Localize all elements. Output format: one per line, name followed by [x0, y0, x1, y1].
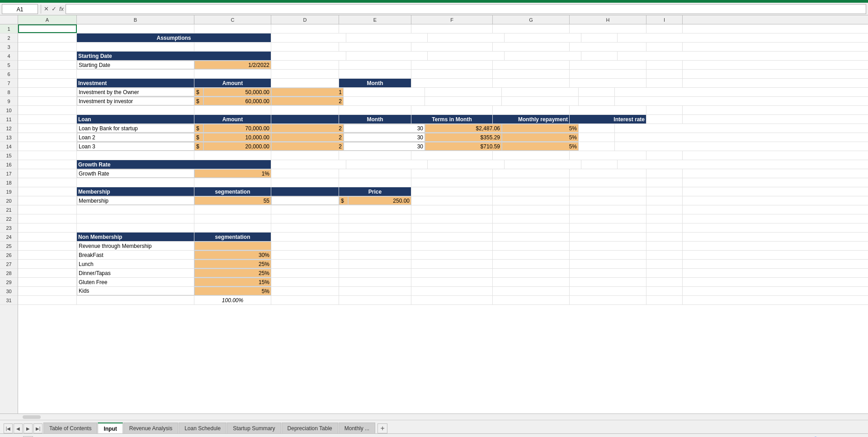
- cell-d20[interactable]: [271, 196, 339, 205]
- col-header-e[interactable]: E: [339, 15, 411, 24]
- cell-g29[interactable]: [493, 278, 570, 286]
- cell-a22[interactable]: [18, 214, 77, 223]
- cell-e23[interactable]: [339, 223, 411, 232]
- cell-f26[interactable]: [411, 251, 493, 259]
- cell-e21[interactable]: [339, 205, 411, 214]
- col-header-g[interactable]: G: [493, 15, 570, 24]
- cell-d28[interactable]: [271, 269, 339, 277]
- cell-g17[interactable]: [493, 169, 570, 178]
- cell-h15[interactable]: [570, 151, 646, 160]
- col-header-a[interactable]: A: [18, 15, 77, 24]
- cell-f16[interactable]: [346, 160, 428, 169]
- cell-h23[interactable]: [570, 223, 646, 232]
- cell-g22[interactable]: [493, 214, 570, 223]
- row-num-25[interactable]: 25: [0, 242, 18, 251]
- cell-e2[interactable]: [274, 33, 346, 42]
- row-num-19[interactable]: 19: [0, 187, 18, 196]
- cell-a18[interactable]: [18, 178, 77, 187]
- cell-i4[interactable]: [581, 52, 618, 60]
- cell-i18[interactable]: [646, 178, 683, 187]
- cell-a30[interactable]: [18, 287, 77, 295]
- tab-nav-last[interactable]: ▶|: [33, 423, 42, 433]
- cell-e3[interactable]: [339, 43, 411, 51]
- cell-g23[interactable]: [493, 223, 570, 232]
- cell-c5[interactable]: 1/2/2022: [194, 61, 271, 69]
- cell-h4[interactable]: [505, 52, 581, 60]
- cell-a15[interactable]: [18, 151, 77, 160]
- col-header-c[interactable]: C: [194, 15, 271, 24]
- cell-f20[interactable]: [411, 196, 493, 205]
- cell-i13[interactable]: [579, 133, 615, 142]
- cell-i31[interactable]: [646, 296, 683, 304]
- cell-a28[interactable]: [18, 269, 77, 277]
- cell-b19-membership-hdr[interactable]: Membership: [77, 187, 194, 196]
- cell-e11-month-hdr[interactable]: Month: [339, 115, 411, 124]
- cell-h21[interactable]: [570, 205, 646, 214]
- cell-e5[interactable]: [339, 61, 411, 69]
- cell-f9[interactable]: [344, 97, 425, 105]
- row-num-14[interactable]: 14: [0, 142, 18, 151]
- cell-h18[interactable]: [570, 178, 646, 187]
- cell-c14-dollar[interactable]: $: [194, 142, 203, 151]
- cell-f18[interactable]: [411, 178, 493, 187]
- col-header-b[interactable]: B: [77, 15, 194, 24]
- tab-table-of-contents[interactable]: Table of Contents: [43, 423, 97, 433]
- cell-i6[interactable]: [646, 70, 683, 78]
- cell-e29[interactable]: [339, 278, 411, 286]
- cell-f30[interactable]: [411, 287, 493, 295]
- tab-input[interactable]: Input: [98, 423, 123, 433]
- cell-a17[interactable]: [18, 169, 77, 178]
- col-header-h[interactable]: H: [570, 15, 646, 24]
- cell-b24-nonmem-hdr[interactable]: Non Membership: [77, 233, 194, 241]
- row-num-21[interactable]: 21: [0, 205, 18, 214]
- cell-c30[interactable]: 5%: [194, 287, 271, 295]
- cell-d1[interactable]: [271, 24, 339, 33]
- tab-nav-next[interactable]: ▶: [24, 423, 33, 433]
- row-num-12[interactable]: 12: [0, 124, 18, 133]
- cell-g21[interactable]: [493, 205, 570, 214]
- cell-b7-investment-hdr[interactable]: Investment: [77, 79, 194, 87]
- row-num-29[interactable]: 29: [0, 278, 18, 287]
- cell-d25[interactable]: [271, 242, 339, 250]
- cell-a12[interactable]: [18, 124, 77, 133]
- row-num-10[interactable]: 10: [0, 106, 18, 115]
- row-num-18[interactable]: 18: [0, 178, 18, 187]
- cell-a7[interactable]: [18, 79, 77, 87]
- cell-h1[interactable]: [570, 24, 646, 33]
- cell-c11-amount-hdr[interactable]: Amount: [194, 115, 271, 124]
- cell-c6[interactable]: [194, 70, 271, 78]
- add-sheet-button[interactable]: +: [377, 423, 387, 433]
- cell-c27[interactable]: 25%: [194, 260, 271, 268]
- cell-b20-membership-label[interactable]: Membership: [77, 196, 194, 205]
- cell-c21[interactable]: [194, 205, 271, 214]
- row-num-1[interactable]: 1: [0, 24, 18, 33]
- cell-f17[interactable]: [411, 169, 493, 178]
- cell-b15[interactable]: [77, 151, 194, 160]
- cell-c19-seg-hdr[interactable]: segmentation: [194, 187, 271, 196]
- cell-i3[interactable]: [646, 43, 683, 51]
- cell-h24[interactable]: [570, 233, 646, 241]
- cell-h7[interactable]: [570, 79, 646, 87]
- row-num-13[interactable]: 13: [0, 133, 18, 142]
- cell-f2[interactable]: [346, 33, 428, 42]
- cell-f10[interactable]: [411, 106, 493, 114]
- cell-e1[interactable]: [339, 24, 411, 33]
- cell-e16[interactable]: [274, 160, 346, 169]
- cell-a24[interactable]: [18, 233, 77, 241]
- cell-i12[interactable]: [579, 124, 615, 133]
- cell-a23[interactable]: [18, 223, 77, 232]
- row-num-11[interactable]: 11: [0, 115, 18, 124]
- cell-c24-seg-hdr[interactable]: segmentation: [194, 233, 271, 241]
- cell-h30[interactable]: [570, 287, 646, 295]
- cell-f8[interactable]: [344, 88, 425, 96]
- cell-e20-price-value[interactable]: 250.00: [348, 196, 411, 205]
- cell-c17[interactable]: 1%: [194, 169, 271, 178]
- cell-f14-terms[interactable]: 30: [344, 142, 425, 151]
- cell-i17[interactable]: [646, 169, 683, 178]
- cell-d15[interactable]: [271, 151, 339, 160]
- cell-a21[interactable]: [18, 205, 77, 214]
- cell-a6[interactable]: [18, 70, 77, 78]
- cell-h8[interactable]: [502, 88, 579, 96]
- cell-d18[interactable]: [271, 178, 339, 187]
- cell-g13-repayment[interactable]: $355.29: [425, 133, 502, 142]
